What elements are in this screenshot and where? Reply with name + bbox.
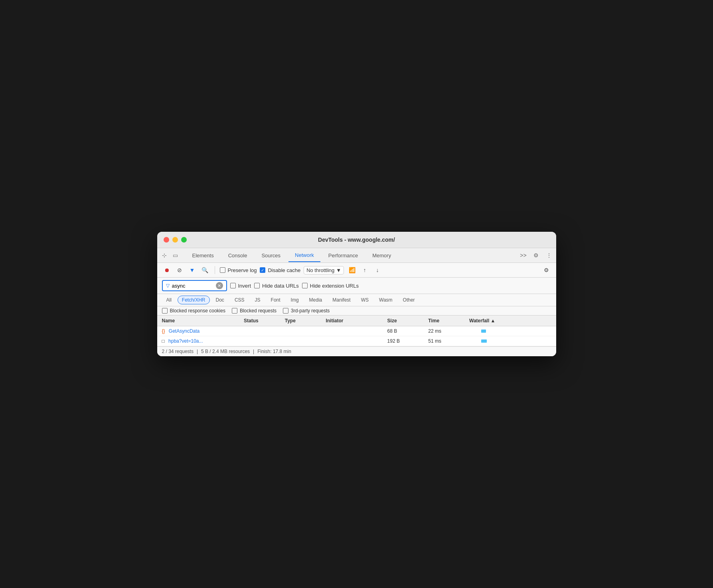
devtools-window: DevTools - www.google.com/ ⊹ ▭ Elements … — [157, 232, 556, 356]
table-row[interactable]: □ hpba?vet=10a... 192 B 51 ms — [157, 336, 556, 346]
window-title: DevTools - www.google.com/ — [318, 237, 395, 243]
invert-checkbox[interactable] — [230, 283, 236, 288]
tab-bar-right: >> ⚙ ⋮ — [519, 251, 553, 259]
header-waterfall[interactable]: Waterfall ▲ — [469, 318, 551, 324]
device-icon[interactable]: ▭ — [172, 251, 180, 259]
blocked-requests-label: Blocked requests — [240, 308, 277, 314]
filter-icon[interactable]: ▼ — [188, 265, 197, 275]
download-icon[interactable]: ↓ — [373, 265, 382, 275]
preserve-log-checkbox[interactable] — [220, 267, 225, 273]
search-icon[interactable]: 🔍 — [200, 265, 210, 275]
tab-media[interactable]: Media — [305, 296, 327, 304]
third-party-checkbox[interactable] — [283, 308, 288, 314]
hide-ext-label: Hide extension URLs — [310, 283, 359, 289]
waterfall-bar-2 — [469, 338, 551, 344]
disable-cache-label: Disable cache — [268, 267, 300, 273]
tab-manifest[interactable]: Manifest — [328, 296, 355, 304]
disable-cache-control[interactable]: ✓ Disable cache — [260, 267, 300, 273]
inspect-icon[interactable]: ⊹ — [160, 251, 168, 259]
blocked-requests-checkbox[interactable] — [232, 308, 237, 314]
minimize-button[interactable] — [172, 237, 178, 243]
header-name[interactable]: Name — [162, 318, 244, 324]
tab-fetch-xhr[interactable]: Fetch/XHR — [178, 296, 210, 304]
blocked-cookies-checkbox[interactable] — [162, 308, 168, 314]
status-bar: 2 / 34 requests | 5 B / 2.4 MB resources… — [157, 346, 556, 356]
throttle-label: No throttling — [306, 267, 334, 273]
header-time[interactable]: Time — [428, 318, 469, 324]
more-tabs-icon[interactable]: >> — [519, 251, 527, 259]
invert-control[interactable]: Invert — [230, 283, 251, 289]
row-name-text-1: GetAsyncData — [169, 328, 199, 334]
tab-wasm[interactable]: Wasm — [375, 296, 397, 304]
tab-img[interactable]: Img — [286, 296, 303, 304]
header-size[interactable]: Size — [387, 318, 429, 324]
devtools-icons: ⊹ ▭ — [160, 248, 180, 262]
hide-data-control[interactable]: Hide data URLs — [254, 283, 299, 289]
close-button[interactable] — [164, 237, 169, 243]
blocked-bar: Blocked response cookies Blocked request… — [157, 306, 556, 316]
blocked-cookies-control[interactable]: Blocked response cookies — [162, 308, 225, 314]
tab-css[interactable]: CSS — [230, 296, 249, 304]
third-party-control[interactable]: 3rd-party requests — [283, 308, 330, 314]
tab-console[interactable]: Console — [222, 249, 254, 262]
stop-recording-button[interactable]: ⏺ — [162, 265, 172, 275]
waterfall-segment-2 — [481, 339, 487, 343]
throttle-select[interactable]: No throttling ▼ — [304, 266, 344, 274]
preserve-log-control[interactable]: Preserve log — [220, 267, 257, 273]
hide-ext-control[interactable]: Hide extension URLs — [302, 283, 359, 289]
tab-performance[interactable]: Performance — [322, 249, 364, 262]
row-time-2: 51 ms — [428, 338, 469, 344]
row-waterfall-1 — [469, 328, 551, 334]
header-initiator[interactable]: Initiator — [326, 318, 387, 324]
header-status[interactable]: Status — [244, 318, 285, 324]
tab-font[interactable]: Font — [267, 296, 285, 304]
third-party-label: 3rd-party requests — [291, 308, 330, 314]
search-input[interactable] — [172, 283, 212, 289]
invert-label: Invert — [238, 283, 251, 289]
row-name-2: □ hpba?vet=10a... — [162, 338, 244, 344]
separator — [215, 266, 215, 274]
devtools-menu-icon[interactable]: ⋮ — [545, 251, 553, 259]
resource-size: 5 B / 2.4 MB resources — [201, 349, 250, 354]
clear-button[interactable]: ⊘ — [175, 265, 184, 275]
hide-data-checkbox[interactable] — [254, 283, 260, 288]
upload-icon[interactable]: ↑ — [360, 265, 369, 275]
filter-bar: ▽ ✕ Invert Hide data URLs Hide extension… — [157, 278, 556, 294]
tab-js[interactable]: JS — [251, 296, 265, 304]
doc-icon: □ — [162, 338, 165, 344]
settings-icon[interactable]: ⚙ — [532, 251, 540, 259]
tab-other[interactable]: Other — [399, 296, 419, 304]
tab-elements[interactable]: Elements — [186, 249, 220, 262]
tab-memory[interactable]: Memory — [366, 249, 397, 262]
network-table: Name Status Type Initiator Size Time Wat… — [157, 316, 556, 346]
status-separator: | — [197, 349, 198, 354]
finish-time: Finish: 17.8 min — [257, 349, 291, 354]
table-row[interactable]: {} GetAsyncData 68 B 22 ms — [157, 326, 556, 336]
filter-funnel-icon: ▽ — [166, 283, 170, 288]
title-bar: DevTools - www.google.com/ — [157, 232, 556, 248]
tab-network[interactable]: Network — [288, 249, 320, 262]
hide-data-label: Hide data URLs — [262, 283, 299, 289]
tab-sources[interactable]: Sources — [255, 249, 287, 262]
row-waterfall-2 — [469, 338, 551, 344]
tab-doc[interactable]: Doc — [211, 296, 229, 304]
search-box[interactable]: ▽ ✕ — [162, 280, 227, 291]
traffic-lights — [164, 237, 187, 243]
network-settings-icon[interactable]: ⚙ — [542, 265, 551, 275]
preserve-log-label: Preserve log — [228, 267, 257, 273]
hide-ext-checkbox[interactable] — [302, 283, 308, 288]
waterfall-bar-1 — [469, 328, 551, 334]
header-type[interactable]: Type — [285, 318, 326, 324]
disable-cache-checkbox[interactable]: ✓ — [260, 267, 265, 273]
maximize-button[interactable] — [181, 237, 187, 243]
xhr-icon: {} — [162, 328, 165, 334]
blocked-cookies-label: Blocked response cookies — [170, 308, 225, 314]
wifi-icon[interactable]: 📶 — [347, 265, 357, 275]
blocked-requests-control[interactable]: Blocked requests — [232, 308, 277, 314]
tab-all[interactable]: All — [162, 296, 176, 304]
clear-search-button[interactable]: ✕ — [216, 282, 223, 289]
resource-tabs: All Fetch/XHR Doc CSS JS Font Img Media … — [157, 294, 556, 306]
row-name-text-2: hpba?vet=10a... — [168, 338, 203, 344]
tab-ws[interactable]: WS — [357, 296, 373, 304]
status-separator2: | — [253, 349, 254, 354]
